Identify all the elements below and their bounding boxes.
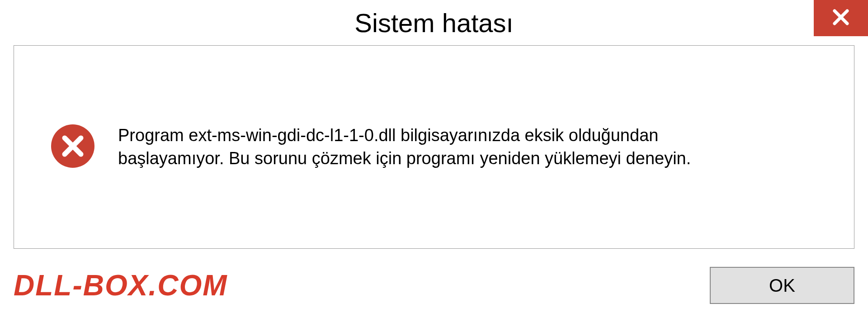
error-icon (50, 123, 95, 171)
watermark-text: DLL-BOX.COM (14, 269, 228, 302)
title-bar: Sistem hatası (0, 0, 868, 45)
close-icon (830, 6, 852, 30)
close-button[interactable] (814, 0, 868, 36)
error-message: Program ext-ms-win-gdi-dc-l1-1-0.dll bil… (118, 124, 751, 171)
dialog-title: Sistem hatası (354, 8, 513, 38)
ok-button[interactable]: OK (710, 267, 854, 304)
footer: DLL-BOX.COM OK (14, 267, 854, 304)
content-area: Program ext-ms-win-gdi-dc-l1-1-0.dll bil… (14, 45, 854, 249)
